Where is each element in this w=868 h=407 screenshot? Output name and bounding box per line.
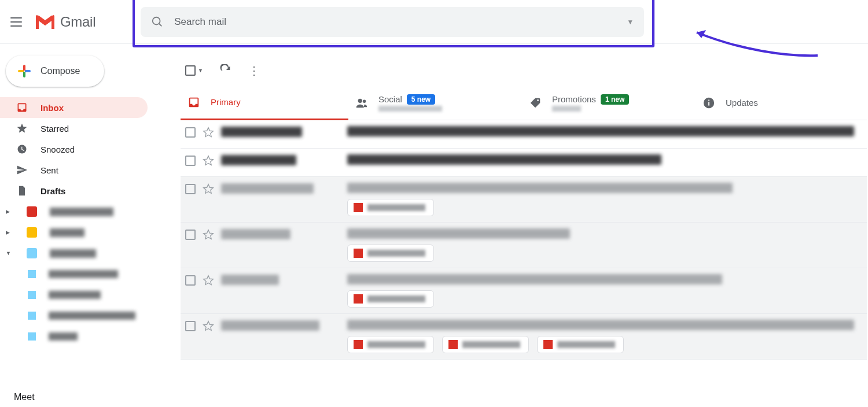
label-name-redacted — [50, 208, 113, 216]
app-name: Gmail — [60, 14, 95, 30]
clock-icon — [16, 143, 28, 155]
sender-redacted — [221, 127, 340, 137]
expand-icon: ▶ — [6, 230, 14, 235]
row-checkbox[interactable] — [185, 156, 196, 166]
search-placeholder: Search mail — [174, 16, 226, 28]
refresh-button[interactable] — [219, 64, 232, 77]
label-swatch — [28, 270, 36, 278]
label-name-redacted — [49, 291, 101, 299]
label-swatch — [27, 227, 37, 238]
attachment-chip[interactable] — [537, 336, 624, 353]
star-toggle[interactable] — [203, 155, 214, 166]
mail-toolbar: ▼ ⋮ — [181, 56, 867, 86]
sidebar-item-drafts[interactable]: Drafts — [0, 180, 148, 201]
mail-row[interactable] — [181, 120, 867, 149]
sidebar-label[interactable]: ▶ — [0, 201, 148, 222]
sender-redacted — [221, 229, 340, 239]
more-actions-button[interactable]: ⋮ — [248, 64, 260, 77]
row-checkbox[interactable] — [185, 127, 196, 138]
sidebar-label[interactable]: ▼ — [0, 243, 148, 264]
label-swatch — [28, 332, 36, 341]
main-menu-button[interactable] — [10, 15, 24, 29]
file-icon — [16, 185, 28, 197]
sidebar-item-inbox[interactable]: Inbox — [0, 97, 148, 118]
sidebar-sublabel[interactable] — [0, 284, 148, 305]
sidebar-sublabel[interactable] — [0, 264, 148, 284]
mail-row[interactable] — [181, 314, 867, 360]
attachment-chip[interactable] — [347, 245, 434, 262]
tab-label: Social — [378, 94, 402, 104]
svg-rect-10 — [708, 99, 709, 101]
tab-label: Primary — [211, 97, 241, 107]
row-checkbox[interactable] — [185, 275, 196, 286]
subject-redacted — [347, 154, 862, 171]
compose-label: Compose — [41, 66, 80, 76]
compose-button[interactable]: Compose — [6, 56, 104, 87]
tab-subtext-redacted — [552, 106, 581, 112]
star-toggle[interactable] — [203, 320, 214, 332]
label-name-redacted — [49, 270, 118, 278]
tab-primary[interactable]: Primary — [181, 86, 348, 120]
sidebar-sublabel[interactable] — [0, 326, 148, 347]
attachment-chip[interactable] — [347, 199, 434, 216]
svg-point-6 — [363, 99, 366, 103]
subject-redacted — [347, 274, 862, 308]
gmail-logo[interactable]: Gmail — [35, 14, 95, 30]
sidebar-item-label: Sent — [41, 165, 58, 175]
subject-redacted — [347, 228, 862, 262]
search-options-dropdown[interactable]: ▼ — [627, 18, 634, 26]
mail-row[interactable] — [181, 149, 867, 177]
sender-redacted — [221, 183, 340, 194]
mail-row[interactable] — [181, 177, 867, 223]
star-toggle[interactable] — [203, 229, 214, 240]
svg-point-7 — [537, 99, 539, 101]
tab-social[interactable]: Social 5 new — [348, 86, 522, 120]
star-toggle[interactable] — [203, 275, 214, 286]
subject-redacted — [347, 126, 862, 142]
expand-icon: ▶ — [6, 209, 14, 214]
attachment-chip[interactable] — [347, 336, 434, 353]
sidebar: Compose Inbox Starred Snoozed Sent Draft… — [0, 56, 153, 347]
category-tabs: Primary Social 5 new Promotions 1 new — [181, 86, 867, 120]
plus-icon — [16, 63, 32, 79]
sidebar-label[interactable]: ▶ — [0, 222, 148, 243]
header: Gmail Search mail ▼ — [0, 0, 868, 44]
star-toggle[interactable] — [203, 183, 214, 195]
tab-updates[interactable]: Updates — [696, 86, 811, 120]
mail-row[interactable] — [181, 223, 867, 268]
search-input[interactable]: Search mail ▼ — [141, 7, 644, 37]
meet-section-header[interactable]: Meet — [14, 392, 35, 402]
svg-line-3 — [159, 23, 162, 26]
row-checkbox[interactable] — [185, 321, 196, 331]
sidebar-item-sent[interactable]: Sent — [0, 160, 148, 180]
star-icon — [16, 123, 28, 134]
sender-redacted — [221, 320, 340, 331]
label-name-redacted — [50, 228, 84, 237]
tab-label: Updates — [726, 98, 758, 108]
svg-rect-9 — [708, 102, 709, 105]
sidebar-item-starred[interactable]: Starred — [0, 118, 148, 139]
search-icon — [151, 16, 164, 28]
sidebar-item-label: Snoozed — [41, 145, 75, 154]
subject-redacted — [347, 183, 862, 216]
subject-redacted — [347, 320, 862, 353]
sidebar-sublabel[interactable] — [0, 305, 148, 326]
people-icon — [355, 97, 368, 109]
tab-subtext-redacted — [378, 106, 442, 112]
attachment-chip[interactable] — [347, 290, 434, 308]
svg-point-2 — [153, 17, 160, 24]
attachment-chip[interactable] — [442, 336, 529, 353]
tag-icon — [529, 97, 542, 109]
sidebar-item-label: Inbox — [41, 103, 64, 113]
mail-row[interactable] — [181, 268, 867, 314]
label-name-redacted — [49, 312, 135, 320]
tab-promotions[interactable]: Promotions 1 new — [522, 86, 696, 120]
star-toggle[interactable] — [203, 127, 214, 138]
sender-redacted — [221, 275, 340, 285]
mail-main: ▼ ⋮ Primary Social 5 new — [181, 56, 867, 407]
sidebar-item-snoozed[interactable]: Snoozed — [0, 139, 148, 160]
row-checkbox[interactable] — [185, 230, 196, 240]
tab-badge: 5 new — [407, 94, 435, 105]
row-checkbox[interactable] — [185, 184, 196, 194]
select-all-checkbox[interactable]: ▼ — [185, 65, 203, 76]
